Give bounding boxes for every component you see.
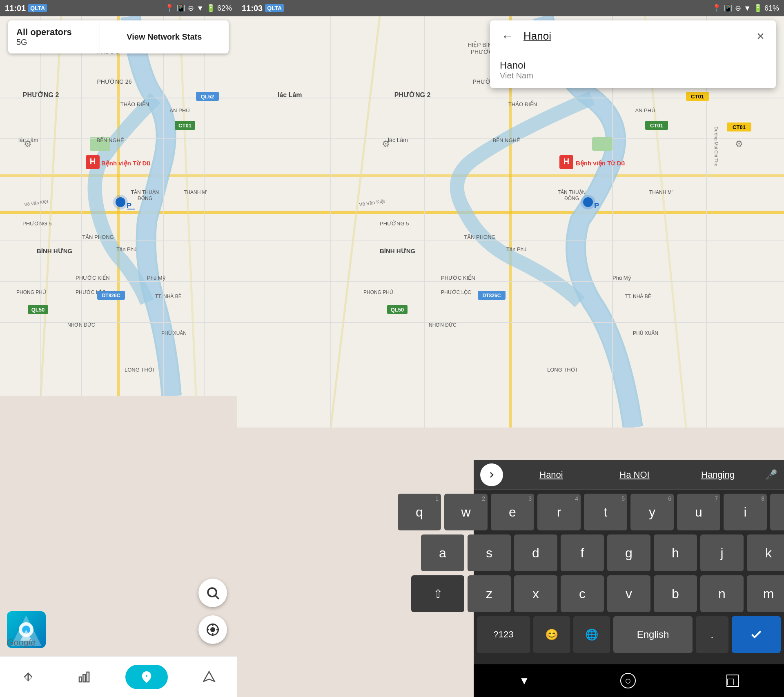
key-b[interactable]: b	[654, 575, 697, 612]
key-h[interactable]: h	[654, 534, 697, 571]
key-q[interactable]: 1q	[398, 494, 441, 530]
emoji-button[interactable]: 😊	[533, 616, 570, 653]
svg-text:PHƯỜNG 5: PHƯỜNG 5	[380, 220, 409, 227]
svg-marker-79	[203, 671, 214, 681]
key-o[interactable]: 9o	[770, 494, 784, 530]
right-status-bar: 11:03 QLTA 📍 📳 ⊖ ▼ 🔋 61%	[237, 0, 784, 16]
overlay-card: All operators 5G View Network Stats	[8, 20, 229, 53]
svg-text:THANH M': THANH M'	[184, 189, 207, 195]
svg-text:TÂN THUẬN: TÂN THUẬN	[558, 189, 586, 195]
right-recent-button[interactable]: □	[726, 675, 739, 687]
search-close-button[interactable]: ×	[753, 27, 768, 45]
svg-text:Đường Mai Chí Thọ: Đường Mai Chí Thọ	[713, 127, 719, 167]
target-fab[interactable]	[198, 615, 227, 644]
key-i[interactable]: 8i	[724, 494, 767, 530]
svg-rect-74	[79, 677, 81, 682]
operator-name: All operators	[16, 27, 91, 38]
key-x[interactable]: x	[514, 575, 557, 612]
svg-text:TÂN PHONG: TÂN PHONG	[82, 234, 114, 240]
space-button[interactable]: English	[613, 616, 693, 653]
period-button[interactable]: .	[696, 616, 728, 653]
svg-point-100	[581, 195, 595, 209]
svg-text:CT01: CT01	[733, 124, 746, 130]
right-minus-icon: ⊖	[735, 4, 741, 13]
key-z[interactable]: z	[468, 575, 511, 612]
suggestion-hanoi2[interactable]: Ha NOI	[593, 466, 676, 483]
nav-stats[interactable]	[69, 666, 99, 688]
key-v[interactable]: v	[607, 575, 650, 612]
key-m[interactable]: m	[747, 575, 784, 612]
mic-button[interactable]: 🎤	[760, 469, 777, 481]
search-result-hanoi[interactable]: Hanoi Viet Nam	[490, 52, 776, 88]
key-r[interactable]: 4r	[537, 494, 581, 530]
svg-text:P: P	[594, 202, 599, 210]
keyboard-main: 1q 2w 3e 4r 5t 6y 7u 8i 9o 0p a s d f g …	[474, 490, 784, 653]
keyboard-suggestions: Hanoi Ha NOI Hanging 🎤	[474, 460, 784, 490]
key-n[interactable]: n	[700, 575, 744, 612]
svg-text:lác Lâm: lác Lâm	[388, 137, 408, 143]
search-dialog: ← × Hanoi Viet Nam	[490, 20, 776, 88]
left-status-time: 11:01 QLTA	[5, 4, 47, 13]
enter-button[interactable]	[732, 616, 781, 653]
vibrate-icon: 📳	[176, 4, 185, 13]
svg-text:BÌNH HƯNG: BÌNH HƯNG	[380, 247, 415, 254]
svg-text:QL50: QL50	[391, 307, 404, 313]
key-j[interactable]: j	[700, 534, 744, 571]
right-wifi-icon: ▼	[744, 4, 751, 13]
suggestion-hanging[interactable]: Hanging	[676, 466, 760, 483]
key-g[interactable]: g	[607, 534, 650, 571]
svg-text:Bệnh viện Từ Dũ: Bệnh viện Từ Dũ	[576, 160, 625, 167]
expand-suggestions-button[interactable]	[480, 463, 503, 486]
svg-text:TÂN PHONG: TÂN PHONG	[464, 234, 495, 240]
key-w[interactable]: 2w	[444, 494, 488, 530]
svg-text:H: H	[564, 157, 569, 166]
result-country-name: Viet Nam	[500, 71, 766, 80]
svg-line-65	[216, 596, 219, 599]
numbers-button[interactable]: ?123	[477, 616, 530, 653]
svg-text:CT01: CT01	[650, 122, 663, 129]
network-stats-button[interactable]: View Network Stats	[100, 26, 229, 48]
search-fab[interactable]	[198, 579, 227, 607]
right-status-time: 11:03 QLTA	[242, 4, 284, 13]
nav-sort[interactable]	[13, 666, 43, 688]
svg-text:AN PHÚ: AN PHÚ	[635, 107, 655, 114]
shift-button[interactable]: ⇧	[411, 575, 464, 612]
svg-text:PHONG PHÚ: PHONG PHÚ	[363, 289, 393, 295]
key-t[interactable]: 5t	[584, 494, 627, 530]
key-c[interactable]: c	[561, 575, 604, 612]
key-a[interactable]: a	[421, 534, 464, 571]
svg-text:BẾN NGHÉ: BẾN NGHÉ	[96, 136, 124, 143]
search-back-button[interactable]: ←	[498, 28, 517, 45]
svg-text:Tân Phú: Tân Phú	[506, 246, 526, 252]
nav-map[interactable]	[125, 665, 168, 689]
svg-text:⚙: ⚙	[24, 139, 32, 149]
left-qlta-badge: QLTA	[28, 4, 47, 12]
svg-text:LONG THỚI: LONG THỚI	[547, 367, 577, 373]
search-input[interactable]	[523, 30, 747, 42]
suggestion-hanoi[interactable]: Hanoi	[510, 466, 593, 483]
svg-text:H: H	[90, 157, 96, 166]
left-status-bar: 11:01 QLTA 📍 📳 ⊖ ▼ 🔋 62%	[0, 0, 237, 16]
key-s[interactable]: s	[468, 534, 511, 571]
key-d[interactable]: d	[514, 534, 557, 571]
globe-button[interactable]: 🌐	[573, 616, 610, 653]
right-home-button[interactable]: ○	[620, 673, 636, 688]
key-k[interactable]: k	[747, 534, 784, 571]
key-f[interactable]: f	[561, 534, 604, 571]
svg-text:AN PHÚ: AN PHÚ	[169, 107, 189, 114]
svg-text:QL52: QL52	[201, 94, 214, 100]
nav-navigation[interactable]	[194, 666, 224, 688]
svg-point-64	[208, 588, 216, 597]
key-row-3: ⇧ z x c v b n m	[477, 575, 781, 612]
view-stats-label: View Network Stats	[108, 32, 220, 42]
right-status-icons: 📍 📳 ⊖ ▼ 🔋 61%	[712, 4, 779, 13]
right-phone: 11:03 QLTA 📍 📳 ⊖ ▼ 🔋 61%	[237, 0, 784, 697]
right-location-icon: 📍	[712, 4, 721, 13]
key-y[interactable]: 6y	[630, 494, 674, 530]
svg-text:TÂN THUẬN: TÂN THUẬN	[131, 189, 159, 195]
right-back-button[interactable]: ▼	[519, 675, 530, 687]
svg-text:BÌNH HƯNG: BÌNH HƯNG	[37, 247, 72, 254]
key-e[interactable]: 3e	[491, 494, 534, 530]
svg-rect-75	[83, 674, 85, 682]
key-u[interactable]: 7u	[677, 494, 720, 530]
